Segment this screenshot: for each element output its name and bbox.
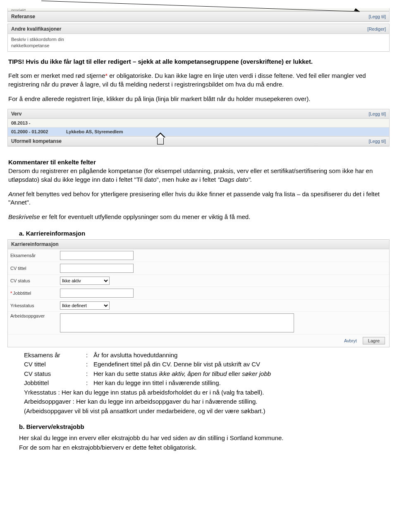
yrkesstatus-select[interactable]: Ikke definert <box>60 301 110 310</box>
section-andre-kvalifikasjoner: Andre kvalifikasjoner [Rediger] Beskriv … <box>7 24 390 52</box>
edit-link[interactable]: [Rediger] <box>367 26 386 31</box>
jobbtittel-input[interactable] <box>60 289 134 298</box>
svg-marker-1 <box>354 8 360 12</box>
section-b-heading: b. Bierverv/ekstrajobb <box>19 423 389 430</box>
comments-p2: Annet felt benyttes ved behov for ytterl… <box>8 190 389 207</box>
section-title: Uformell kompetanse <box>11 138 62 144</box>
add-link[interactable]: [Legg til] <box>368 14 386 19</box>
field-label: Arbeidsoppgaver <box>10 313 60 318</box>
cancel-link[interactable]: Avbryt <box>344 338 357 343</box>
edit-text: For å endre allerede registrert linje, k… <box>8 95 389 104</box>
section-b-p2: For de som har en ekstrajobb/bierverv er… <box>19 443 389 453</box>
field-cv-status: CV status Ikke aktiv <box>8 275 389 287</box>
field-eksamensar: Eksamensår <box>8 249 389 262</box>
section-body: Beskriv i stikkordsform din nøkkelkompet… <box>8 34 389 51</box>
cv-status-select[interactable]: Ikke aktiv <box>60 277 110 285</box>
field-definitions: Eksamens år:År for avslutta hovedutdanni… <box>24 351 389 416</box>
row-text: Lykkebo AS, Styremedlem <box>66 129 123 134</box>
form-karriereinformasjon: Karriereinformasjon Eksamensår CV tittel… <box>7 239 390 347</box>
list-row[interactable]: 08.2013 - <box>8 119 389 128</box>
comments-p3: Beskrivelse er felt for eventuelt utfyll… <box>8 213 389 221</box>
section-title: Referanse <box>11 14 35 19</box>
field-yrkesstatus: Yrkesstatus Ikke definert <box>8 300 389 312</box>
field-arbeidsoppgaver: Arbeidsoppgaver <box>8 312 389 335</box>
field-label: CV tittel <box>10 266 60 271</box>
field-cv-tittel: CV tittel <box>8 262 389 275</box>
field-label: Yrkesstatus <box>10 303 60 308</box>
add-link[interactable]: [Legg til] <box>368 111 386 116</box>
add-link[interactable]: [Legg til] <box>368 139 386 144</box>
svg-line-0 <box>41 1 360 12</box>
comments-p1: Dersom du registrerer en pågående kompet… <box>8 167 373 183</box>
section-referanse: Referanse [Legg til] <box>7 11 390 22</box>
field-label: CV status <box>10 278 60 283</box>
field-label: Eksamensår <box>10 253 60 258</box>
form-title: Karriereinformasjon <box>8 240 389 249</box>
row-date: 01.2000 - 01.2002 <box>11 129 65 134</box>
arrow-up-icon <box>153 137 164 146</box>
comments-heading: Kommentarer til enkelte felter <box>8 159 96 166</box>
section-a-heading: a. Karriereinformasjon <box>19 230 389 237</box>
arbeidsoppgaver-textarea[interactable] <box>60 313 294 332</box>
mandatory-text: Felt som er merket med rød stjerne* er o… <box>8 72 389 89</box>
section-verv: Verv [Legg til] 08.2013 - 01.2000 - 01.2… <box>7 109 390 147</box>
eksamensar-input[interactable] <box>60 251 134 260</box>
tips-text: TIPS! Hvis du ikke får lagt til eller re… <box>8 58 313 65</box>
cv-tittel-input[interactable] <box>60 264 134 273</box>
field-label: *Jobbtittel <box>10 291 60 296</box>
list-row-selected[interactable]: 01.2000 - 01.2002 Lykkebo AS, Styremedle… <box>8 128 389 136</box>
save-button[interactable]: Lagre <box>363 337 385 344</box>
section-b-p1: Her skal du legge inn erverv eller ekstr… <box>19 433 389 443</box>
row-date: 08.2013 - <box>11 120 65 125</box>
section-title: Andre kvalifikasjoner <box>11 26 61 32</box>
field-jobbtittel: *Jobbtittel <box>8 287 389 300</box>
section-title: Verv <box>11 111 22 117</box>
annotation-arrow <box>0 0 397 8</box>
